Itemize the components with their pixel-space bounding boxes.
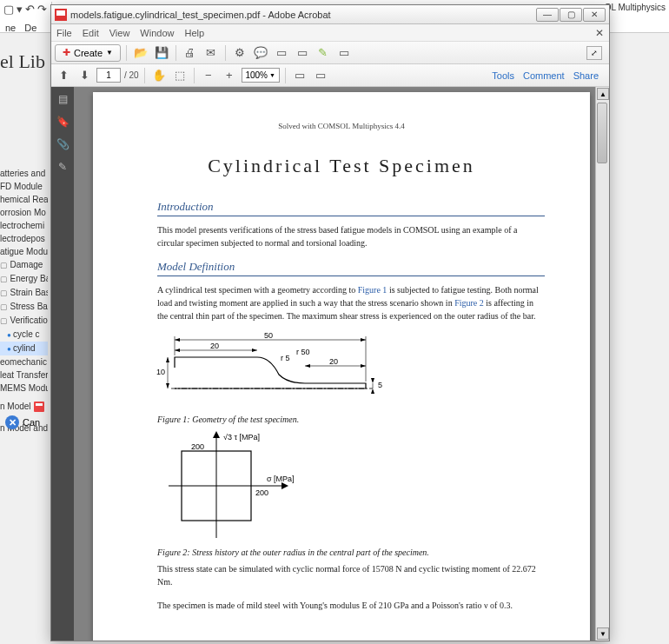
scroll-down-icon[interactable]: ▼ — [597, 627, 609, 640]
svg-marker-14 — [305, 364, 310, 368]
pdf-page: Solved with COMSOL Multiphysics 4.4 Cyli… — [93, 92, 590, 641]
print-icon[interactable]: 🖨 — [182, 44, 199, 62]
tool-icon[interactable]: ▭ — [273, 44, 290, 62]
sign-icon[interactable]: ✎ — [315, 44, 332, 62]
open-icon[interactable]: 📂 — [132, 44, 149, 62]
tree-item[interactable]: atigue Modu — [0, 245, 48, 258]
bookmarks-icon[interactable]: 🔖 — [56, 115, 70, 129]
scroll-up-icon[interactable]: ▲ — [597, 88, 609, 100]
tree-item[interactable]: Strain Bas — [0, 286, 48, 300]
page-up-icon[interactable]: ⬆ — [55, 67, 72, 84]
host-menu-item[interactable]: ne — [5, 23, 16, 33]
host-title-fragment: OL Multiphysics — [601, 0, 669, 15]
tree-item[interactable]: eomechanic — [0, 355, 48, 368]
titlebar[interactable]: models.fatigue.cylindrical_test_specimen… — [51, 5, 609, 24]
page-number-input[interactable] — [96, 68, 121, 83]
menu-window[interactable]: Window — [140, 28, 174, 38]
figure-1-caption: Figure 1: Geometry of the test specimen. — [157, 415, 545, 424]
tree-item[interactable]: Damage — [0, 258, 48, 272]
window-title: models.fatigue.cylindrical_test_specimen… — [70, 10, 331, 20]
svg-marker-19 — [166, 383, 169, 388]
menu-file[interactable]: File — [56, 28, 72, 38]
tree-item[interactable]: leat Transfer — [0, 368, 48, 382]
cancel-row[interactable]: ✕ Can — [5, 415, 40, 429]
open-model-row[interactable]: n Model — [0, 400, 48, 413]
page-down-icon[interactable]: ⬇ — [76, 67, 93, 84]
svg-marker-23 — [371, 388, 374, 394]
zoom-value: 100% — [245, 70, 268, 80]
svg-text:√3 τ  [MPa]: √3 τ [MPa] — [223, 433, 260, 442]
pdf-icon — [34, 402, 44, 412]
tool-icon[interactable]: ▭ — [312, 67, 329, 84]
host-menu-fragment: ne De — [0, 21, 42, 35]
menu-help[interactable]: Help — [184, 28, 204, 38]
doc-close-icon[interactable]: ✕ — [595, 27, 604, 39]
hand-icon[interactable]: ✋ — [150, 67, 168, 84]
share-link[interactable]: Share — [573, 70, 599, 81]
tree-item[interactable]: Verificatio — [0, 314, 48, 328]
tree-item[interactable]: Energy Ba — [0, 272, 48, 286]
menu-view[interactable]: View — [109, 28, 130, 38]
comment-link[interactable]: Comment — [523, 70, 565, 81]
tree-item[interactable]: lectrochemi — [0, 219, 48, 232]
tree-item[interactable]: cycle c — [0, 328, 48, 342]
tree-item[interactable]: Stress Bas — [0, 300, 48, 314]
acrobat-window: models.fatigue.cylindrical_test_specimen… — [50, 4, 610, 641]
svg-marker-8 — [175, 349, 180, 352]
minimize-button[interactable]: — — [536, 8, 559, 22]
tree-item[interactable]: orrosion Mo — [0, 206, 48, 219]
figure-2-diagram: √3 τ [MPa] σ [MPa] 200 200 — [164, 429, 303, 542]
svg-text:50: 50 — [264, 331, 273, 340]
tools-link[interactable]: Tools — [492, 70, 514, 81]
create-button[interactable]: ✚Create▼ — [55, 44, 121, 62]
tool-icon[interactable]: ▭ — [291, 67, 308, 84]
host-tree[interactable]: atteries and FD Module hemical Rea orros… — [0, 167, 48, 435]
tree-item[interactable]: hemical Rea — [0, 193, 48, 206]
menubar: File Edit View Window Help ✕ — [51, 24, 609, 42]
figure-link[interactable]: Figure 2 — [454, 298, 484, 308]
thumbnails-icon[interactable]: ▤ — [56, 92, 70, 106]
svg-text:20: 20 — [329, 357, 338, 366]
figure-link[interactable]: Figure 1 — [358, 285, 387, 295]
email-icon[interactable]: ✉ — [202, 44, 220, 62]
host-menu-item[interactable]: De — [24, 23, 36, 33]
svg-text:200: 200 — [255, 488, 268, 497]
tree-item-selected[interactable]: cylind — [0, 342, 48, 355]
menu-edit[interactable]: Edit — [83, 28, 99, 38]
tool-icon[interactable]: ▭ — [294, 44, 311, 62]
zoom-in-icon[interactable]: + — [221, 67, 238, 84]
para-3: This stress state can be simulated with … — [157, 562, 545, 588]
figure-1-diagram: 50 20 r 5 r 50 20 — [157, 333, 383, 409]
svg-text:10: 10 — [156, 368, 165, 376]
close-button[interactable]: ✕ — [583, 8, 606, 22]
undo-icon[interactable]: ↶ — [25, 3, 35, 16]
page-area[interactable]: Solved with COMSOL Multiphysics 4.4 Cyli… — [74, 87, 609, 641]
doc-title: Cylindrical Test Specimen — [138, 155, 545, 177]
attachments-icon[interactable]: 📎 — [56, 137, 70, 151]
expand-icon[interactable]: ⤢ — [586, 46, 602, 60]
signatures-icon[interactable]: ✎ — [56, 160, 70, 174]
tree-item[interactable]: FD Module — [0, 180, 48, 193]
maximize-button[interactable]: ▢ — [560, 8, 582, 22]
comment-icon[interactable]: 💬 — [252, 44, 269, 62]
svg-marker-4 — [175, 338, 180, 342]
zoom-out-icon[interactable]: − — [200, 67, 217, 84]
definition-text: A cylindrical test specimen with a geome… — [157, 283, 545, 322]
tool-icon[interactable]: ▭ — [335, 44, 353, 62]
redo-icon[interactable]: ↷ — [37, 3, 47, 16]
svg-marker-18 — [166, 357, 169, 362]
svg-marker-5 — [361, 338, 366, 342]
select-icon[interactable]: ⬚ — [171, 67, 189, 84]
tree-item[interactable]: lectrodepos — [0, 232, 48, 245]
open-model-label: n Model — [0, 400, 31, 413]
svg-marker-15 — [361, 364, 366, 368]
save-icon[interactable]: 💾 — [153, 44, 170, 62]
toolbar-main: ✚Create▼ 📂 💾 🖨 ✉ ⚙ 💬 ▭ ▭ ✎ ▭ ⤢ — [51, 42, 609, 64]
tree-item[interactable]: MEMS Modul — [0, 382, 48, 395]
gear-icon[interactable]: ⚙ — [231, 44, 248, 62]
vertical-scrollbar[interactable]: ▲ ▼ — [595, 87, 609, 641]
zoom-level[interactable]: 100%▼ — [242, 68, 280, 83]
scroll-thumb[interactable] — [597, 103, 607, 163]
tree-item[interactable]: atteries and — [0, 167, 48, 180]
nav-pane: ▤ 🔖 📎 ✎ — [51, 87, 74, 641]
